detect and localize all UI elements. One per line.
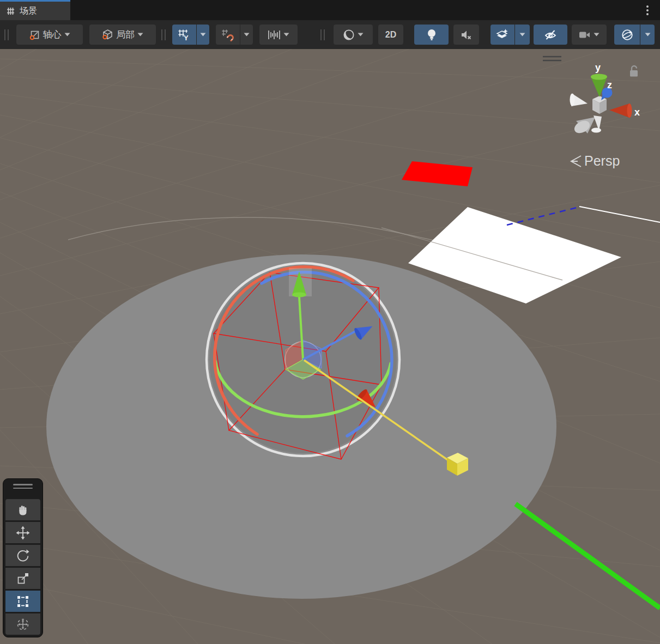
- handle-rotation-label: 局部: [116, 28, 135, 41]
- kebab-menu-icon[interactable]: [644, 4, 651, 17]
- gizmo-y-label: y: [595, 62, 601, 73]
- grid-snapping-dropdown[interactable]: [240, 25, 253, 45]
- ruler-snap-icon: [268, 29, 281, 41]
- gizmo-x-label: x: [634, 107, 640, 118]
- grid-visibility-dropdown[interactable]: [197, 25, 209, 45]
- chevron-down-icon: [137, 33, 143, 37]
- tools-overlay-handle[interactable]: [13, 484, 33, 490]
- tool-transform[interactable]: [5, 613, 40, 635]
- pivot-mode-button[interactable]: 轴心: [16, 25, 83, 45]
- gizmos-dropdown[interactable]: [640, 25, 655, 45]
- chevron-down-icon: [200, 33, 206, 37]
- video-camera-icon: [579, 30, 591, 40]
- grid-y-icon: Y: [178, 28, 191, 41]
- tab-scene[interactable]: 场景: [0, 0, 70, 20]
- chevron-down-icon: [645, 33, 651, 37]
- pivot-mode-label: 轴心: [43, 28, 62, 41]
- tool-rect[interactable]: [5, 591, 40, 612]
- grid-scene-icon: [6, 7, 15, 16]
- axis-y-cone-base: [292, 293, 306, 297]
- layers-sparkle-icon: [496, 28, 509, 41]
- speaker-mute-icon: [461, 29, 473, 40]
- scene-render[interactable]: y z x Persp: [0, 49, 660, 644]
- cube-local-icon: [102, 29, 113, 40]
- transform-icon: [16, 617, 30, 631]
- scene-lighting-button[interactable]: [414, 25, 449, 45]
- gizmo-center-cube[interactable]: [592, 96, 607, 114]
- tool-scale[interactable]: [5, 568, 40, 589]
- tool-rotate[interactable]: [5, 545, 40, 566]
- grid-snapping-button[interactable]: [216, 25, 240, 45]
- pivot-icon: [29, 29, 40, 40]
- chevron-down-icon: [244, 33, 250, 37]
- tab-bar: 场景: [0, 0, 660, 20]
- toolbar-drag-handle[interactable]: [4, 29, 11, 40]
- projection-label: Persp: [584, 153, 620, 168]
- scene-viewport[interactable]: y z x Persp: [0, 49, 660, 644]
- tool-move[interactable]: [5, 522, 40, 543]
- shading-mode-button[interactable]: [334, 25, 373, 45]
- rotate-icon: [16, 549, 30, 563]
- magnet-icon: [221, 28, 234, 41]
- orbit-sphere-icon: [621, 28, 634, 41]
- hand-icon: [16, 503, 29, 517]
- scale-icon: [16, 572, 29, 585]
- sphere-shading-icon: [343, 29, 355, 41]
- tools-overlay: [3, 478, 43, 637]
- eye-slash-icon: [543, 29, 558, 41]
- tab-scene-label: 场景: [20, 5, 37, 17]
- gizmos-button[interactable]: [614, 25, 640, 45]
- gizmo-z-label: z: [607, 80, 612, 90]
- toolbar-separator: [320, 29, 327, 40]
- grid-visibility-button[interactable]: Y: [172, 25, 196, 45]
- camera-settings-button[interactable]: [572, 25, 607, 45]
- handle-rotation-button[interactable]: 局部: [89, 25, 156, 45]
- chevron-down-icon: [358, 33, 364, 37]
- chevron-down-icon: [283, 33, 289, 37]
- scene-toolbar: 轴心 局部 Y: [0, 20, 660, 49]
- grid-axis-letter: Y: [184, 33, 189, 41]
- unity-scene-view-window: 场景 轴心 局部: [0, 0, 660, 644]
- audio-mute-button[interactable]: [453, 25, 479, 45]
- tool-view-hand[interactable]: [5, 499, 40, 520]
- rect-icon: [16, 594, 30, 609]
- 2d-toggle-button[interactable]: 2D: [378, 25, 403, 45]
- chevron-down-icon: [64, 33, 70, 37]
- effects-button[interactable]: [491, 25, 514, 45]
- move-icon: [16, 526, 30, 540]
- toolbar-separator: [161, 29, 168, 40]
- chevron-down-icon: [594, 33, 600, 37]
- effects-dropdown[interactable]: [515, 25, 530, 45]
- snap-increment-button[interactable]: [259, 25, 298, 45]
- bulb-icon: [426, 29, 437, 41]
- 2d-label: 2D: [385, 30, 396, 40]
- chevron-down-icon: [519, 33, 525, 37]
- hidden-objects-button[interactable]: [534, 25, 567, 45]
